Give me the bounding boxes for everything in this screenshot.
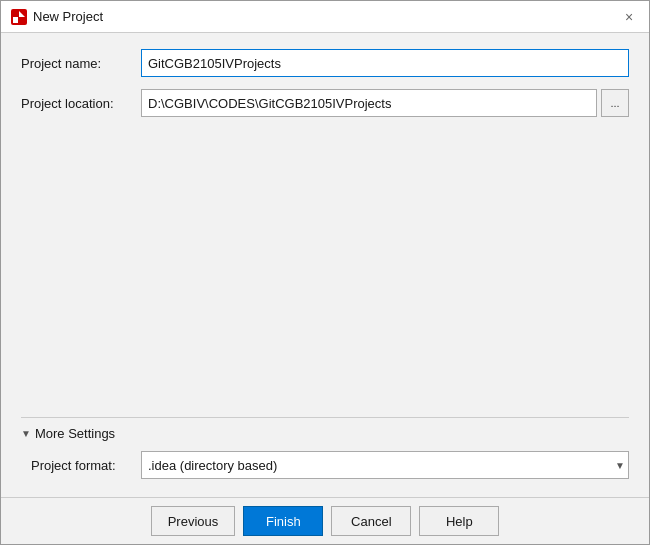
browse-button[interactable]: ... xyxy=(601,89,629,117)
previous-button[interactable]: Previous xyxy=(151,506,236,536)
project-location-input[interactable] xyxy=(141,89,597,117)
title-bar: New Project × xyxy=(1,1,649,33)
project-location-row: Project location: ... xyxy=(21,89,629,117)
dialog-title: New Project xyxy=(33,9,103,24)
project-location-label: Project location: xyxy=(21,96,141,111)
format-select-wrapper: .idea (directory based) .ipr (file based… xyxy=(141,451,629,479)
svg-rect-1 xyxy=(13,17,18,23)
chevron-down-icon: ▼ xyxy=(21,428,31,439)
cancel-button[interactable]: Cancel xyxy=(331,506,411,536)
title-bar-left: New Project xyxy=(11,9,103,25)
format-row: Project format: .idea (directory based) … xyxy=(31,451,629,479)
finish-button[interactable]: Finish xyxy=(243,506,323,536)
dialog-body: Project name: Project location: ... ▼ Mo… xyxy=(1,33,649,497)
help-button[interactable]: Help xyxy=(419,506,499,536)
format-select[interactable]: .idea (directory based) .ipr (file based… xyxy=(141,451,629,479)
project-name-label: Project name: xyxy=(21,56,141,71)
more-settings-header[interactable]: ▼ More Settings xyxy=(21,426,629,441)
app-icon xyxy=(11,9,27,25)
new-project-dialog: New Project × Project name: Project loca… xyxy=(0,0,650,545)
project-name-row: Project name: xyxy=(21,49,629,77)
body-spacer xyxy=(21,129,629,417)
dialog-footer: Previous Finish Cancel Help xyxy=(1,497,649,544)
format-label: Project format: xyxy=(31,458,141,473)
more-settings-label: More Settings xyxy=(35,426,115,441)
project-name-input[interactable] xyxy=(141,49,629,77)
more-settings-section: ▼ More Settings Project format: .idea (d… xyxy=(21,417,629,479)
close-button[interactable]: × xyxy=(619,7,639,27)
location-input-group: ... xyxy=(141,89,629,117)
